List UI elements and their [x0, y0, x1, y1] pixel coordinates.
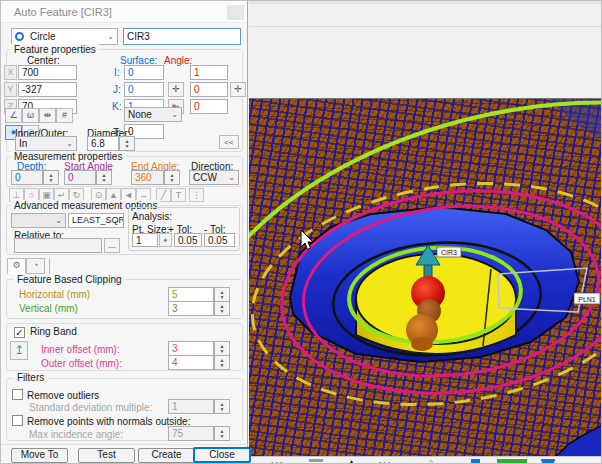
center-y-input[interactable]: -327: [18, 82, 77, 97]
status-blue-icon[interactable]: [471, 459, 480, 464]
snap-dropdown[interactable]: None ⌄: [124, 107, 182, 122]
depth-spinner[interactable]: ▲▼: [43, 170, 59, 185]
status-green-button[interactable]: [497, 459, 527, 464]
angle-k-input[interactable]: 0: [190, 99, 228, 114]
text-option-icon[interactable]: T: [171, 188, 186, 202]
remove-outliers-checkbox[interactable]: [12, 389, 23, 400]
circle-feature-icon: [15, 32, 24, 41]
status-lock-icon: ⌂: [429, 458, 433, 464]
outer-offset-input[interactable]: 4: [168, 355, 214, 370]
status-dash-icon: [309, 459, 323, 462]
tab-divider: [49, 258, 50, 274]
chevron-down-icon: ⌄: [226, 171, 237, 184]
diameter-spinner[interactable]: ▲▼: [119, 136, 135, 151]
dialog-titlebar[interactable]: Auto Feature [CIR3]: [1, 1, 247, 23]
auto-feature-dialog: Auto Feature [CIR3] Circle ⌄ CIR3 Featur…: [1, 1, 248, 464]
collapse-dialog-button[interactable]: <<: [219, 135, 239, 149]
cir3-label[interactable]: CIR3: [441, 249, 457, 256]
status-blue-shape-icon: [541, 459, 555, 464]
outer-offset-spinner[interactable]: ▲▼: [214, 355, 230, 370]
ring-band-checkbox[interactable]: ✓: [14, 327, 25, 338]
test-button[interactable]: Test: [78, 448, 135, 463]
close-button[interactable]: Close: [193, 447, 251, 463]
ring-band-direction-button[interactable]: ↥: [10, 341, 28, 360]
std-dev-spinner[interactable]: ▲▼: [214, 399, 230, 414]
surface-j-input[interactable]: 0: [124, 82, 164, 97]
remove-outliers-label: Remove outliers: [27, 390, 99, 401]
vertical-spinner[interactable]: ▲▼: [214, 301, 230, 316]
theo-mode-icon-button[interactable]: ∠: [5, 108, 22, 123]
remove-normals-label: Remove points with normals outside:: [27, 416, 190, 427]
3d-viewport[interactable]: CIR3 PLN1: [249, 98, 602, 456]
tolerance-mode-icon-button[interactable]: ω: [22, 108, 39, 123]
analysis-label: Analysis:: [132, 211, 172, 222]
chevron-down-icon: ⌄: [64, 137, 75, 150]
tab-settings[interactable]: ⚙: [7, 258, 26, 274]
feature-type-dropdown[interactable]: Circle ⌄: [11, 28, 118, 45]
main-window-background: [249, 1, 602, 98]
algorithm-dropdown[interactable]: LEAST_SQR ⌄: [68, 213, 124, 228]
vertical-label: Vertical (mm): [19, 303, 78, 314]
inner-outer-value: In: [19, 138, 27, 149]
analysis-pick-icon-button[interactable]: ⌖: [159, 233, 172, 247]
end-angle-input[interactable]: 360: [131, 170, 164, 185]
start-angle-spinner[interactable]: ▲▼: [96, 170, 112, 185]
diameter-input[interactable]: 6.8: [87, 136, 119, 151]
minus-tol-input[interactable]: 0.05: [204, 233, 235, 247]
feature-name-input[interactable]: CIR3: [123, 28, 241, 45]
titlebar-button[interactable]: [227, 5, 244, 20]
angle-i-input[interactable]: 1: [190, 65, 228, 80]
chevron-down-icon: ⌄: [111, 214, 122, 227]
max-incidence-input[interactable]: 75: [168, 426, 214, 441]
status-dots-icon: • • •: [271, 459, 282, 464]
tab-clipping[interactable]: ◔: [26, 258, 45, 274]
inner-offset-label: Inner offset (mm):: [41, 344, 120, 355]
filters-legend: Filters: [14, 372, 47, 383]
center-x-input[interactable]: 700: [18, 65, 77, 80]
i-label: I:: [114, 67, 120, 78]
max-incidence-label: Max incidence angle:: [29, 429, 123, 440]
mesh-blue-corner: [555, 425, 602, 456]
pln1-label[interactable]: PLN1: [578, 296, 596, 303]
pt-size-input[interactable]: 1: [132, 233, 158, 247]
more-options-icon[interactable]: ⋮: [189, 188, 204, 202]
chevron-down-icon: ⌄: [53, 214, 64, 227]
create-button[interactable]: Create: [138, 448, 195, 463]
surface-vector-pick-button[interactable]: ✛: [168, 82, 184, 97]
plus-tol-input[interactable]: 0.05: [174, 233, 202, 247]
std-dev-input[interactable]: 1: [168, 399, 214, 414]
relative-to-browse-button[interactable]: ...: [104, 238, 120, 253]
pie-circle-icon: ◔: [33, 260, 38, 270]
chevron-down-icon: ⌄: [169, 108, 180, 121]
depth-input[interactable]: 0: [11, 170, 43, 185]
angle-vector-pick-button[interactable]: ✛: [230, 82, 246, 97]
angle-label: Angle:: [164, 55, 192, 66]
chevron-down-icon: ⌄: [105, 29, 116, 44]
vertical-input[interactable]: 3: [168, 301, 214, 316]
angle-j-input[interactable]: 0: [190, 82, 228, 97]
start-angle-input[interactable]: 0: [64, 170, 96, 185]
surface-i-input[interactable]: 0: [124, 65, 164, 80]
inner-outer-dropdown[interactable]: In ⌄: [15, 136, 77, 151]
gear-icon: ⚙: [12, 260, 20, 270]
axis-y-box: Y: [4, 82, 17, 97]
direction-dropdown[interactable]: CCW ⌄: [189, 170, 239, 185]
status-dots2-icon: • • •: [379, 459, 390, 464]
window-top-strip: [249, 1, 602, 4]
inner-offset-input[interactable]: 3: [168, 341, 214, 356]
horizontal-spinner[interactable]: ▲▼: [214, 287, 230, 302]
max-incidence-spinner[interactable]: ▲▼: [214, 426, 230, 441]
horizontal-input[interactable]: 5: [168, 287, 214, 302]
outer-offset-label: Outer offset (mm):: [41, 358, 122, 369]
remove-normals-checkbox[interactable]: [12, 415, 23, 426]
distance-mode-icon-button[interactable]: ⇹: [39, 108, 56, 123]
end-angle-spinner[interactable]: ▲▼: [164, 170, 180, 185]
move-to-button[interactable]: Move To: [11, 448, 68, 463]
grid-mode-icon-button[interactable]: #: [56, 108, 73, 123]
std-dev-label: Standard deviation multiple:: [29, 402, 152, 413]
axis-x-box: X: [4, 65, 17, 80]
relative-to-input[interactable]: [14, 238, 102, 253]
snap-value: None: [128, 109, 152, 120]
status-bar: • • • ▲ • • • ⌂: [249, 456, 602, 464]
inner-offset-spinner[interactable]: ▲▼: [214, 341, 230, 356]
